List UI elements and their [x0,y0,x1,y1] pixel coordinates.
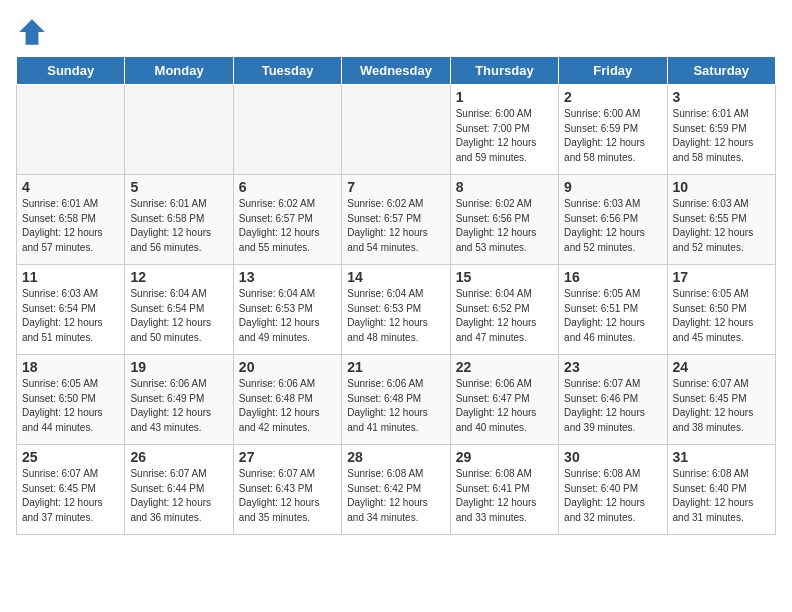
day-number: 13 [239,269,336,285]
day-cell-15: 15Sunrise: 6:04 AMSunset: 6:52 PMDayligh… [450,265,558,355]
day-number: 6 [239,179,336,195]
day-cell-25: 25Sunrise: 6:07 AMSunset: 6:45 PMDayligh… [17,445,125,535]
day-info: Sunrise: 6:06 AMSunset: 6:47 PMDaylight:… [456,377,553,435]
day-info: Sunrise: 6:08 AMSunset: 6:40 PMDaylight:… [673,467,770,525]
day-number: 22 [456,359,553,375]
day-number: 25 [22,449,119,465]
day-number: 10 [673,179,770,195]
day-info: Sunrise: 6:06 AMSunset: 6:48 PMDaylight:… [347,377,444,435]
day-cell-4: 4Sunrise: 6:01 AMSunset: 6:58 PMDaylight… [17,175,125,265]
day-info: Sunrise: 6:04 AMSunset: 6:52 PMDaylight:… [456,287,553,345]
day-cell-29: 29Sunrise: 6:08 AMSunset: 6:41 PMDayligh… [450,445,558,535]
day-info: Sunrise: 6:07 AMSunset: 6:46 PMDaylight:… [564,377,661,435]
day-header-saturday: Saturday [667,57,775,85]
day-info: Sunrise: 6:04 AMSunset: 6:53 PMDaylight:… [347,287,444,345]
day-cell-20: 20Sunrise: 6:06 AMSunset: 6:48 PMDayligh… [233,355,341,445]
day-info: Sunrise: 6:03 AMSunset: 6:54 PMDaylight:… [22,287,119,345]
day-info: Sunrise: 6:07 AMSunset: 6:45 PMDaylight:… [673,377,770,435]
day-header-monday: Monday [125,57,233,85]
day-info: Sunrise: 6:01 AMSunset: 6:58 PMDaylight:… [130,197,227,255]
day-header-thursday: Thursday [450,57,558,85]
day-info: Sunrise: 6:02 AMSunset: 6:56 PMDaylight:… [456,197,553,255]
day-cell-6: 6Sunrise: 6:02 AMSunset: 6:57 PMDaylight… [233,175,341,265]
day-number: 20 [239,359,336,375]
day-number: 31 [673,449,770,465]
day-number: 23 [564,359,661,375]
day-number: 30 [564,449,661,465]
calendar-table: SundayMondayTuesdayWednesdayThursdayFrid… [16,56,776,535]
day-number: 28 [347,449,444,465]
day-number: 27 [239,449,336,465]
day-info: Sunrise: 6:01 AMSunset: 6:59 PMDaylight:… [673,107,770,165]
day-header-wednesday: Wednesday [342,57,450,85]
day-cell-10: 10Sunrise: 6:03 AMSunset: 6:55 PMDayligh… [667,175,775,265]
day-cell-12: 12Sunrise: 6:04 AMSunset: 6:54 PMDayligh… [125,265,233,355]
day-number: 24 [673,359,770,375]
day-cell-28: 28Sunrise: 6:08 AMSunset: 6:42 PMDayligh… [342,445,450,535]
day-header-tuesday: Tuesday [233,57,341,85]
day-cell-27: 27Sunrise: 6:07 AMSunset: 6:43 PMDayligh… [233,445,341,535]
day-number: 17 [673,269,770,285]
week-row-4: 18Sunrise: 6:05 AMSunset: 6:50 PMDayligh… [17,355,776,445]
day-info: Sunrise: 6:07 AMSunset: 6:43 PMDaylight:… [239,467,336,525]
day-cell-7: 7Sunrise: 6:02 AMSunset: 6:57 PMDaylight… [342,175,450,265]
day-cell-22: 22Sunrise: 6:06 AMSunset: 6:47 PMDayligh… [450,355,558,445]
day-info: Sunrise: 6:05 AMSunset: 6:51 PMDaylight:… [564,287,661,345]
day-cell-16: 16Sunrise: 6:05 AMSunset: 6:51 PMDayligh… [559,265,667,355]
day-number: 18 [22,359,119,375]
empty-cell [125,85,233,175]
day-number: 3 [673,89,770,105]
day-cell-9: 9Sunrise: 6:03 AMSunset: 6:56 PMDaylight… [559,175,667,265]
day-cell-2: 2Sunrise: 6:00 AMSunset: 6:59 PMDaylight… [559,85,667,175]
day-cell-26: 26Sunrise: 6:07 AMSunset: 6:44 PMDayligh… [125,445,233,535]
day-cell-19: 19Sunrise: 6:06 AMSunset: 6:49 PMDayligh… [125,355,233,445]
day-number: 7 [347,179,444,195]
day-info: Sunrise: 6:06 AMSunset: 6:48 PMDaylight:… [239,377,336,435]
day-number: 4 [22,179,119,195]
empty-cell [342,85,450,175]
day-cell-3: 3Sunrise: 6:01 AMSunset: 6:59 PMDaylight… [667,85,775,175]
day-number: 21 [347,359,444,375]
day-info: Sunrise: 6:04 AMSunset: 6:53 PMDaylight:… [239,287,336,345]
day-info: Sunrise: 6:04 AMSunset: 6:54 PMDaylight:… [130,287,227,345]
day-info: Sunrise: 6:00 AMSunset: 7:00 PMDaylight:… [456,107,553,165]
week-row-5: 25Sunrise: 6:07 AMSunset: 6:45 PMDayligh… [17,445,776,535]
day-info: Sunrise: 6:07 AMSunset: 6:44 PMDaylight:… [130,467,227,525]
day-number: 5 [130,179,227,195]
day-header-sunday: Sunday [17,57,125,85]
day-cell-23: 23Sunrise: 6:07 AMSunset: 6:46 PMDayligh… [559,355,667,445]
day-number: 11 [22,269,119,285]
day-cell-17: 17Sunrise: 6:05 AMSunset: 6:50 PMDayligh… [667,265,775,355]
header-row: SundayMondayTuesdayWednesdayThursdayFrid… [17,57,776,85]
day-number: 26 [130,449,227,465]
empty-cell [17,85,125,175]
day-info: Sunrise: 6:06 AMSunset: 6:49 PMDaylight:… [130,377,227,435]
day-info: Sunrise: 6:02 AMSunset: 6:57 PMDaylight:… [347,197,444,255]
logo-icon [16,16,48,48]
day-number: 29 [456,449,553,465]
day-cell-5: 5Sunrise: 6:01 AMSunset: 6:58 PMDaylight… [125,175,233,265]
day-number: 19 [130,359,227,375]
empty-cell [233,85,341,175]
day-header-friday: Friday [559,57,667,85]
day-info: Sunrise: 6:08 AMSunset: 6:42 PMDaylight:… [347,467,444,525]
day-info: Sunrise: 6:01 AMSunset: 6:58 PMDaylight:… [22,197,119,255]
day-cell-31: 31Sunrise: 6:08 AMSunset: 6:40 PMDayligh… [667,445,775,535]
day-cell-13: 13Sunrise: 6:04 AMSunset: 6:53 PMDayligh… [233,265,341,355]
day-cell-11: 11Sunrise: 6:03 AMSunset: 6:54 PMDayligh… [17,265,125,355]
day-info: Sunrise: 6:05 AMSunset: 6:50 PMDaylight:… [673,287,770,345]
day-number: 2 [564,89,661,105]
day-cell-14: 14Sunrise: 6:04 AMSunset: 6:53 PMDayligh… [342,265,450,355]
day-info: Sunrise: 6:03 AMSunset: 6:56 PMDaylight:… [564,197,661,255]
svg-marker-0 [19,19,45,45]
day-cell-24: 24Sunrise: 6:07 AMSunset: 6:45 PMDayligh… [667,355,775,445]
week-row-1: 1Sunrise: 6:00 AMSunset: 7:00 PMDaylight… [17,85,776,175]
day-info: Sunrise: 6:08 AMSunset: 6:40 PMDaylight:… [564,467,661,525]
day-cell-21: 21Sunrise: 6:06 AMSunset: 6:48 PMDayligh… [342,355,450,445]
page-header [16,16,776,48]
day-number: 9 [564,179,661,195]
week-row-3: 11Sunrise: 6:03 AMSunset: 6:54 PMDayligh… [17,265,776,355]
day-info: Sunrise: 6:05 AMSunset: 6:50 PMDaylight:… [22,377,119,435]
day-number: 8 [456,179,553,195]
day-info: Sunrise: 6:00 AMSunset: 6:59 PMDaylight:… [564,107,661,165]
